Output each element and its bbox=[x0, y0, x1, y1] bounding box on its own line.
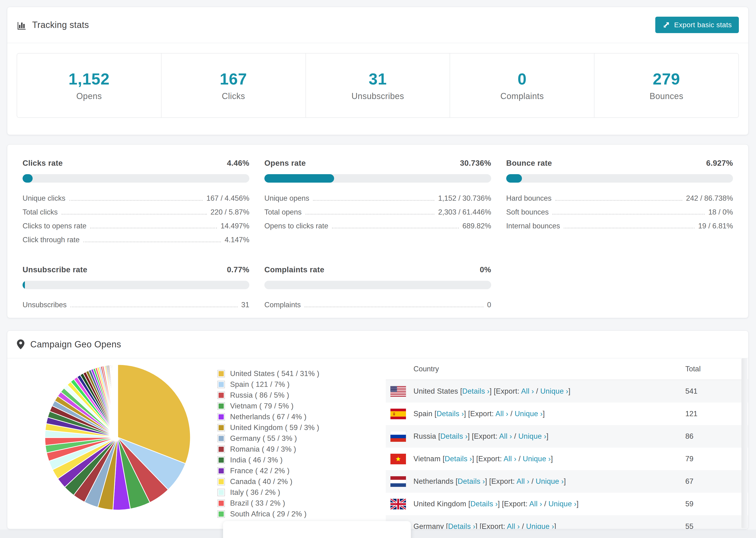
geo-content: United States ( 541 / 31% )Spain ( 121 /… bbox=[7, 358, 748, 529]
country-name: Germany bbox=[413, 522, 444, 529]
country-cell: Netherlands [Details ›] [Export: All › /… bbox=[413, 477, 685, 486]
legend-item[interactable]: Brazil ( 33 / 2% ) bbox=[217, 498, 319, 509]
progress-bar bbox=[264, 174, 491, 183]
export-unique-link[interactable]: Unique › bbox=[540, 387, 568, 395]
rate-row: Complaints0 bbox=[264, 296, 491, 310]
legend-label: Vietnam ( 79 / 5% ) bbox=[230, 402, 294, 410]
legend-item[interactable]: Canada ( 40 / 2% ) bbox=[217, 476, 319, 487]
rate-row: Soft bounces18 / 0% bbox=[506, 203, 733, 217]
legend-item[interactable]: Italy ( 36 / 2% ) bbox=[217, 487, 319, 498]
rate-row-leader bbox=[71, 306, 238, 307]
details-link[interactable]: Details › bbox=[448, 522, 475, 529]
rate-rows: Hard bounces242 / 86.738%Soft bounces18 … bbox=[506, 190, 733, 231]
legend-item[interactable]: Netherlands ( 67 / 4% ) bbox=[217, 411, 319, 422]
export-all-link[interactable]: All › bbox=[521, 387, 534, 395]
export-all-link[interactable]: All › bbox=[495, 409, 508, 418]
rate-row-value: 0 bbox=[487, 301, 491, 310]
rate-row-value: 1,152 / 30.736% bbox=[438, 194, 491, 203]
legend-item[interactable]: Spain ( 121 / 7% ) bbox=[217, 379, 319, 390]
export-unique-link[interactable]: Unique › bbox=[523, 455, 551, 463]
progress-fill bbox=[23, 281, 25, 289]
export-all-link[interactable]: All › bbox=[529, 500, 542, 508]
details-link[interactable]: Details › bbox=[437, 409, 464, 418]
legend-swatch bbox=[217, 446, 225, 453]
rate-panel: Complaints rate0%Complaints0 bbox=[264, 265, 491, 310]
table-row: Netherlands [Details ›] [Export: All › /… bbox=[386, 470, 748, 493]
legend-item[interactable]: India ( 46 / 3% ) bbox=[217, 455, 319, 465]
rate-rows: Unsubscribes31 bbox=[23, 296, 249, 310]
legend-swatch bbox=[217, 456, 225, 464]
rate-row-value: 31 bbox=[242, 301, 249, 310]
stat-label: Unsubscribes bbox=[351, 91, 404, 101]
legend-item[interactable]: United States ( 541 / 31% ) bbox=[217, 368, 319, 379]
export-unique-link[interactable]: Unique › bbox=[518, 432, 547, 440]
rate-title: Complaints rate bbox=[264, 265, 324, 274]
legend-label: United Kingdom ( 59 / 3% ) bbox=[230, 423, 319, 432]
geo-header: Campaign Geo Opens bbox=[7, 331, 748, 358]
country-name: Vietnam bbox=[413, 455, 441, 463]
export-unique-link[interactable]: Unique › bbox=[526, 522, 554, 529]
rate-row: Opens to clicks rate689.82% bbox=[264, 217, 491, 231]
total-cell: 86 bbox=[685, 432, 744, 441]
country-cell: United States [Details ›] [Export: All ›… bbox=[413, 387, 685, 396]
legend-item[interactable]: Vietnam ( 79 / 5% ) bbox=[217, 401, 319, 411]
rate-row: Total opens2,303 / 61.446% bbox=[264, 203, 491, 217]
progress-bar bbox=[506, 174, 733, 183]
rate-row-label: Clicks to opens rate bbox=[23, 222, 86, 231]
export-all-link[interactable]: All › bbox=[504, 455, 516, 463]
rate-row-label: Click through rate bbox=[23, 236, 80, 245]
export-unique-link[interactable]: Unique › bbox=[536, 477, 564, 485]
rates-card: Clicks rate4.46%Unique clicks167 / 4.456… bbox=[7, 144, 748, 318]
details-link[interactable]: Details › bbox=[462, 387, 490, 395]
progress-fill bbox=[23, 174, 33, 183]
export-unique-link[interactable]: Unique › bbox=[549, 500, 577, 508]
tracking-stats-header: Tracking stats Export basic stats bbox=[7, 7, 748, 43]
rate-row-label: Unique clicks bbox=[23, 194, 66, 203]
table-scrollbar[interactable] bbox=[741, 358, 747, 528]
progress-fill bbox=[264, 174, 334, 183]
legend-item[interactable]: Germany ( 55 / 3% ) bbox=[217, 433, 319, 444]
rate-row-label: Opens to clicks rate bbox=[264, 222, 328, 231]
stat-value: 167 bbox=[220, 70, 247, 88]
country-name: Netherlands bbox=[413, 477, 453, 485]
details-link[interactable]: Details › bbox=[440, 432, 467, 440]
rate-row-leader bbox=[553, 214, 705, 215]
legend-item[interactable]: United Kingdom ( 59 / 3% ) bbox=[217, 422, 319, 433]
export-all-link[interactable]: All › bbox=[499, 432, 512, 440]
rate-rows: Unique opens1,152 / 30.736%Total opens2,… bbox=[264, 190, 491, 231]
legend-swatch bbox=[217, 467, 225, 475]
legend-item[interactable]: France ( 42 / 2% ) bbox=[217, 465, 319, 476]
legend-label: Italy ( 36 / 2% ) bbox=[230, 488, 280, 497]
geo-title-text: Campaign Geo Opens bbox=[30, 340, 121, 350]
rate-row-leader bbox=[305, 214, 435, 215]
export-all-link[interactable]: All › bbox=[516, 477, 529, 485]
rate-row-label: Total clicks bbox=[23, 208, 58, 217]
legend-label: United States ( 541 / 31% ) bbox=[230, 369, 319, 378]
legend-item[interactable]: Russia ( 86 / 5% ) bbox=[217, 390, 319, 401]
details-link[interactable]: Details › bbox=[445, 455, 472, 463]
geo-table-body: United States [Details ›] [Export: All ›… bbox=[386, 380, 748, 529]
export-all-link[interactable]: All › bbox=[507, 522, 520, 529]
rate-rows: Unique clicks167 / 4.456%Total clicks220… bbox=[23, 190, 249, 245]
rate-row-value: 4.147% bbox=[225, 236, 249, 245]
map-pin-icon bbox=[17, 339, 25, 350]
details-link[interactable]: Details › bbox=[470, 500, 498, 508]
table-row: Russia [Details ›] [Export: All › / Uniq… bbox=[386, 425, 748, 448]
rate-row-label: Unique opens bbox=[264, 194, 309, 203]
tracking-stats-card: Tracking stats Export basic stats 1,152O… bbox=[7, 7, 748, 135]
country-cell: Germany [Details ›] [Export: All › / Uni… bbox=[413, 522, 685, 529]
stat-card: 1,152Opens bbox=[17, 54, 162, 117]
rate-value: 4.46% bbox=[227, 159, 249, 168]
export-unique-link[interactable]: Unique › bbox=[514, 409, 543, 418]
details-link[interactable]: Details › bbox=[458, 477, 485, 485]
legend-item[interactable]: Romania ( 49 / 3% ) bbox=[217, 444, 319, 455]
pie-slice-other[interactable] bbox=[117, 364, 118, 437]
total-cell: 59 bbox=[685, 500, 744, 508]
export-basic-stats-button[interactable]: Export basic stats bbox=[655, 17, 739, 33]
geo-title: Campaign Geo Opens bbox=[17, 339, 121, 350]
legend-item[interactable]: South Africa ( 29 / 2% ) bbox=[217, 509, 319, 519]
total-cell: 67 bbox=[685, 477, 744, 486]
rate-value: 30.736% bbox=[460, 159, 491, 168]
stat-value: 279 bbox=[653, 70, 680, 88]
rate-row: Internal bounces19 / 6.81% bbox=[506, 217, 733, 231]
